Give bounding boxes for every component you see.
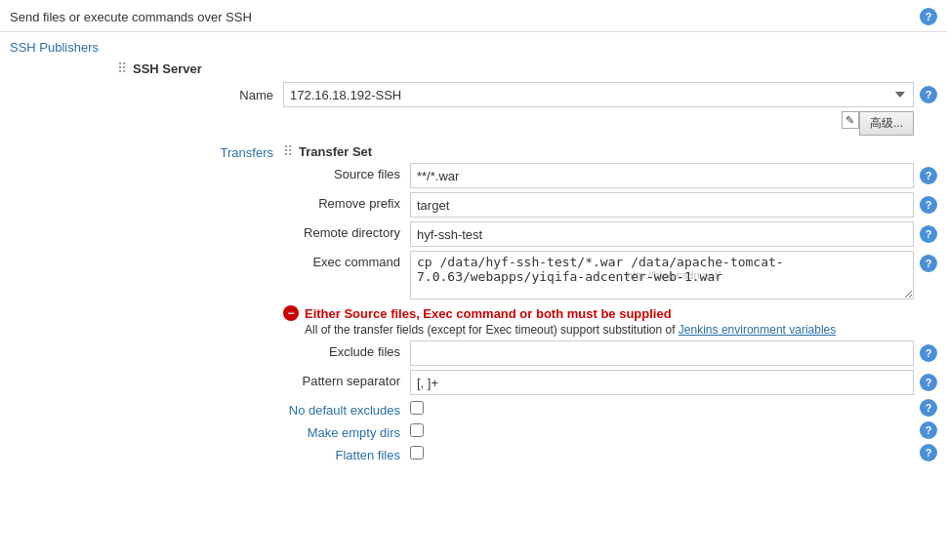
remote-directory-row: Remote directory ? <box>283 221 937 247</box>
advanced-button[interactable]: 高级... <box>859 111 914 136</box>
remote-directory-label: Remote directory <box>283 221 410 240</box>
name-select[interactable]: 172.16.18.192-SSH <box>283 82 914 107</box>
error-sub-text: All of the transfer fields (except for E… <box>305 323 937 337</box>
main-content: SSH Publishers ⠿ SSH Server Name 172.16.… <box>0 32 947 474</box>
make-empty-dirs-label: Make empty dirs <box>283 421 410 440</box>
pattern-separator-input-group: ? <box>410 370 937 395</box>
error-main: − Either Source files, Exec command or b… <box>283 305 937 321</box>
make-empty-dirs-row: Make empty dirs ? <box>283 421 937 440</box>
exec-command-label: Exec command <box>283 251 410 269</box>
exec-command-input-group: http://blog.csdn.net/ ? <box>410 251 937 300</box>
remove-prefix-input[interactable] <box>410 192 914 218</box>
jenkins-env-vars-link[interactable]: Jenkins environment variables <box>679 323 836 337</box>
ssh-server-header: ⠿ SSH Server <box>117 60 937 76</box>
name-help-icon[interactable]: ? <box>920 86 937 103</box>
no-default-excludes-help-icon[interactable]: ? <box>920 399 937 417</box>
exec-command-help-icon[interactable]: ? <box>920 255 937 272</box>
exclude-files-input[interactable] <box>410 340 914 366</box>
flatten-files-group: ? <box>410 444 937 461</box>
transfer-drag-handle[interactable]: ⠿ <box>283 143 293 159</box>
ssh-publishers-label: SSH Publishers <box>10 40 99 55</box>
edit-icon[interactable]: ✎ <box>842 111 859 129</box>
transfer-set-header: ⠿ Transfer Set <box>283 143 937 159</box>
remote-directory-input-group: ? <box>410 221 937 247</box>
exec-command-row: Exec command http://blog.csdn.net/ ? <box>283 251 937 300</box>
drag-handle-icon[interactable]: ⠿ <box>117 60 127 76</box>
no-default-excludes-label: No default excludes <box>283 399 410 418</box>
name-label: Name <box>117 88 283 102</box>
ssh-server-section: ⠿ SSH Server Name 172.16.18.192-SSH ? ✎ … <box>117 60 937 466</box>
pattern-separator-label: Pattern separator <box>283 370 410 388</box>
make-empty-dirs-group: ? <box>410 421 937 439</box>
flatten-files-checkbox[interactable] <box>410 446 424 460</box>
remote-directory-input[interactable] <box>410 221 914 247</box>
remove-prefix-input-group: ? <box>410 192 937 218</box>
flatten-files-row: Flatten files ? <box>283 444 937 462</box>
exec-command-input[interactable] <box>410 251 914 300</box>
make-empty-dirs-help-icon[interactable]: ? <box>920 421 937 439</box>
page-header: Send files or execute commands over SSH … <box>0 0 947 32</box>
error-message: Either Source files, Exec command or bot… <box>305 306 672 321</box>
exclude-files-label: Exclude files <box>283 340 410 359</box>
pattern-separator-row: Pattern separator ? <box>283 370 937 395</box>
flatten-files-help-icon[interactable]: ? <box>920 444 937 461</box>
transfers-content: ⠿ Transfer Set Source files ? Remove pre… <box>283 143 937 466</box>
no-default-excludes-checkbox[interactable] <box>410 401 424 415</box>
remove-prefix-label: Remove prefix <box>283 192 410 211</box>
source-files-help-icon[interactable]: ? <box>920 167 937 184</box>
source-files-input-group: ? <box>410 163 937 188</box>
page-help-icon[interactable]: ? <box>920 8 937 25</box>
source-files-input[interactable] <box>410 163 914 188</box>
remove-prefix-help-icon[interactable]: ? <box>920 196 937 214</box>
no-default-excludes-group: ? <box>410 399 937 417</box>
error-block: − Either Source files, Exec command or b… <box>283 305 937 337</box>
no-default-excludes-row: No default excludes ? <box>283 399 937 418</box>
remove-prefix-row: Remove prefix ? <box>283 192 937 218</box>
page-title: Send files or execute commands over SSH <box>10 10 252 24</box>
exclude-files-input-group: ? <box>410 340 937 366</box>
exclude-files-row: Exclude files ? <box>283 340 937 366</box>
ssh-server-title: SSH Server <box>133 61 202 76</box>
error-circle-icon: − <box>283 305 299 321</box>
exclude-files-help-icon[interactable]: ? <box>920 344 937 362</box>
transfers-section: Transfers ⠿ Transfer Set Source files ? <box>117 143 937 466</box>
flatten-files-label: Flatten files <box>283 444 410 462</box>
pattern-separator-help-icon[interactable]: ? <box>920 374 937 391</box>
name-input-group: 172.16.18.192-SSH ? <box>283 82 937 107</box>
source-files-label: Source files <box>283 163 410 181</box>
advanced-btn-row: ✎ 高级... <box>117 111 914 136</box>
transfers-label: Transfers <box>117 143 283 466</box>
name-row: Name 172.16.18.192-SSH ? <box>117 82 937 107</box>
remote-directory-help-icon[interactable]: ? <box>920 225 937 243</box>
source-files-row: Source files ? <box>283 163 937 188</box>
make-empty-dirs-checkbox[interactable] <box>410 423 424 437</box>
transfer-set-title: Transfer Set <box>299 144 372 159</box>
pattern-separator-input[interactable] <box>410 370 914 395</box>
